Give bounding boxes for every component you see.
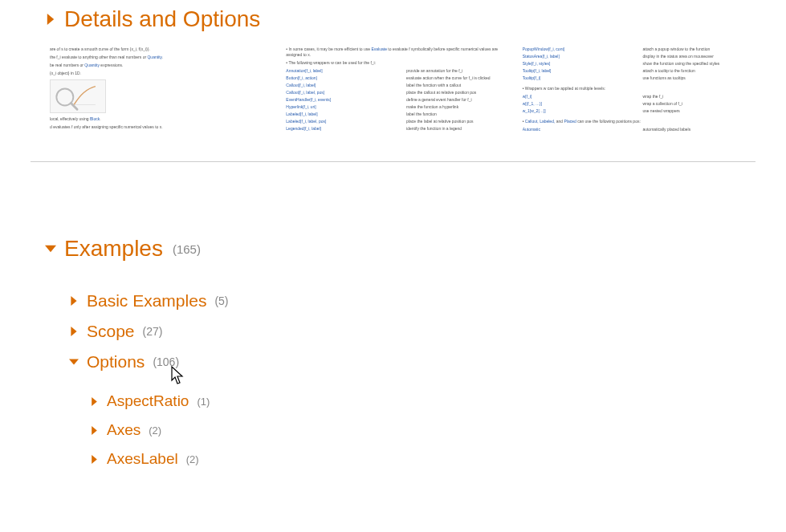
wrapper-row: w[f_i]wrap the f_i [523,94,741,99]
options-header[interactable]: Options (106) [0,347,786,377]
basic-examples-header[interactable]: Basic Examples (5) [0,286,786,316]
examples-header[interactable]: Examples (165) [0,229,786,268]
scope-count: (27) [143,325,163,338]
wrapper-row: Labeled[f_i, label, pos]place the label … [286,119,504,124]
details-col-3: PopupWindow[f_i, cont]attach a popup win… [523,47,741,134]
chevron-right-icon [90,455,99,464]
examples-count: (165) [173,242,201,256]
block-link[interactable]: Block [90,116,100,121]
chevron-down-icon [69,357,79,367]
chevron-right-icon [69,327,79,336]
axeslabel-count: (2) [186,453,199,465]
wrapper-row: Hyperlink[f_i, uri]make the function a h… [286,104,504,110]
options-count: (106) [153,355,179,368]
quantity-link[interactable]: Quantity [147,55,161,59]
aspectratio-title: AspectRatio [107,392,189,410]
details-options-header[interactable]: Details and Options [0,0,786,39]
chevron-down-icon [45,243,56,254]
detail-text: local, effectively using Block. [50,116,268,122]
detail-text: the f_i evaluate to anything other than … [50,55,268,60]
detail-subhead: • The following wrappers w can be used f… [286,60,504,66]
scope-header[interactable]: Scope (27) [0,316,786,347]
mini-plot-thumbnail [50,79,106,113]
wrapper-row: Callout[f_i, label, pos]place the callou… [286,90,504,95]
details-col-2: • In some cases, it may be more efficien… [286,47,504,134]
scope-title: Scope [87,322,135,341]
details-content-strip: are of s to create a smooth curve of the… [0,39,786,145]
aspectratio-header[interactable]: AspectRatio (1) [0,387,786,416]
detail-text: d evaluates f only after assigning speci… [50,124,268,130]
wrapper-row: Callout[f_i, label]label the function wi… [286,83,504,88]
wrapper-row: StatusArea[f_i, label]display in the sta… [523,54,741,59]
detail-subhead: • Wrappers w can be applied at multiple … [523,86,741,91]
wrapper-row: Style[f_i, styles]show the function usin… [523,61,741,67]
axes-title: Axes [107,421,141,439]
axeslabel-title: AxesLabel [107,450,178,468]
basic-examples-title: Basic Examples [87,291,206,311]
axes-count: (2) [149,424,161,437]
quantity-link[interactable]: Quantity [84,63,100,67]
wrapper-row: Button[f_i, action]evaluate action when … [286,75,504,81]
chevron-right-icon [69,296,79,306]
options-title: Options [87,352,145,372]
wrapper-row: Legended[f_i, label]identify the functio… [286,126,504,132]
chevron-right-icon [90,426,99,435]
detail-text: {x_i object} in 1D. [50,71,268,76]
detail-text: be real numbers or Quantity expressions. [50,63,268,68]
placed-link[interactable]: Placed [564,119,576,124]
wrapper-row: w[{f_1, …}]wrap a collection of f_i [523,101,741,107]
details-col-1: are of s to create a smooth curve of the… [50,47,268,134]
wrapper-row: Annotation[f_i, label]provide an annotat… [286,68,504,74]
chevron-right-icon [90,397,99,406]
evaluate-link[interactable]: Evaluate [371,47,386,51]
wrapper-row: Automaticautomatically placed labels [523,127,741,132]
wrapper-row: Labeled[f_i, label]label the function [286,112,504,117]
wrapper-row: Tooltip[f_i, label]attach a tooltip to t… [523,68,741,74]
axeslabel-header[interactable]: AxesLabel (2) [0,445,786,473]
details-options-title: Details and Options [64,6,260,32]
examples-title: Examples [64,236,163,262]
axes-header[interactable]: Axes (2) [0,416,786,445]
wrapper-row: Tooltip[f_i]use functions as tooltips [523,75,741,81]
wrapper-row: w_1[w_2[…]]use nested wrappers [523,108,741,114]
wrapper-row: EventHandler[f_i, events]define a genera… [286,97,504,103]
wrapper-row: PopupWindow[f_i, cont]attach a popup win… [523,47,741,52]
detail-subhead: • Callout, Labeled, and Placed can use t… [523,119,741,124]
chevron-right-icon [45,14,56,25]
section-divider [31,161,755,162]
detail-text: • In some cases, it may be more efficien… [286,47,504,58]
aspectratio-count: (1) [197,396,210,408]
basic-examples-count: (5) [214,294,228,307]
detail-text: are of s to create a smooth curve of the… [50,47,268,52]
